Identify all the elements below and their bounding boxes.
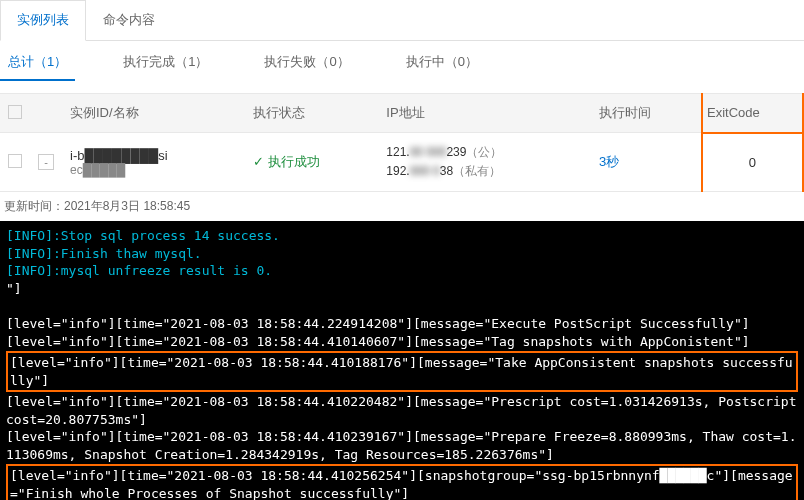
log-line: [level="info"][time="2021-08-03 18:58:44…: [10, 354, 794, 389]
log-line: [level="info"][time="2021-08-03 18:58:44…: [6, 428, 798, 463]
row-checkbox[interactable]: [8, 154, 22, 168]
log-line: [level="info"][time="2021-08-03 18:58:44…: [6, 315, 798, 333]
log-line: [level="info"][time="2021-08-03 18:58:44…: [10, 467, 794, 500]
status-success: 执行成功: [253, 154, 320, 169]
log-line: [INFO]:Stop sql process 14 success.: [6, 227, 798, 245]
tab-bar: 实例列表 命令内容: [0, 0, 804, 41]
exec-time-link[interactable]: 3秒: [599, 154, 619, 169]
header-ip: IP地址: [378, 94, 591, 133]
filter-total[interactable]: 总计（1）: [0, 53, 75, 81]
log-line: [INFO]:mysql unfreeze result is 0.: [6, 262, 798, 280]
log-line: [level="info"][time="2021-08-03 18:58:44…: [6, 333, 798, 351]
tab-instance-list[interactable]: 实例列表: [0, 0, 86, 41]
header-time: 执行时间: [591, 94, 702, 133]
exit-code-value: 0: [702, 133, 803, 192]
instance-id: i-b████████si: [70, 148, 237, 163]
console-output: [INFO]:Stop sql process 14 success. [INF…: [0, 221, 804, 500]
ip-private: 192.000 038（私有）: [386, 162, 583, 181]
select-all-checkbox[interactable]: [8, 105, 22, 119]
header-instance: 实例ID/名称: [62, 94, 245, 133]
filter-running[interactable]: 执行中（0）: [398, 53, 486, 81]
log-line: "]: [6, 280, 798, 298]
log-line: [INFO]:Finish thaw mysql.: [6, 245, 798, 263]
update-time: 更新时间：2021年8月3日 18:58:45: [0, 192, 804, 221]
filter-fail[interactable]: 执行失败（0）: [256, 53, 357, 81]
log-line: [6, 298, 798, 316]
header-status: 执行状态: [245, 94, 379, 133]
header-exitcode: ExitCode: [702, 94, 803, 133]
tab-command-content[interactable]: 命令内容: [86, 0, 172, 40]
table-row: - i-b████████si ec█████ 执行成功 121.00 0002…: [0, 133, 803, 192]
log-line: [level="info"][time="2021-08-03 18:58:44…: [6, 393, 798, 428]
highlighted-log-1: [level="info"][time="2021-08-03 18:58:44…: [6, 351, 798, 392]
filter-bar: 总计（1） 执行完成（1） 执行失败（0） 执行中（0）: [0, 41, 804, 93]
ip-public: 121.00 000239（公）: [386, 143, 583, 162]
instance-name-sub: ec█████: [70, 163, 237, 177]
instance-table: 实例ID/名称 执行状态 IP地址 执行时间 ExitCode - i-b███…: [0, 93, 804, 192]
expand-row-button[interactable]: -: [38, 154, 54, 170]
filter-done[interactable]: 执行完成（1）: [115, 53, 216, 81]
highlighted-log-2: [level="info"][time="2021-08-03 18:58:44…: [6, 464, 798, 500]
